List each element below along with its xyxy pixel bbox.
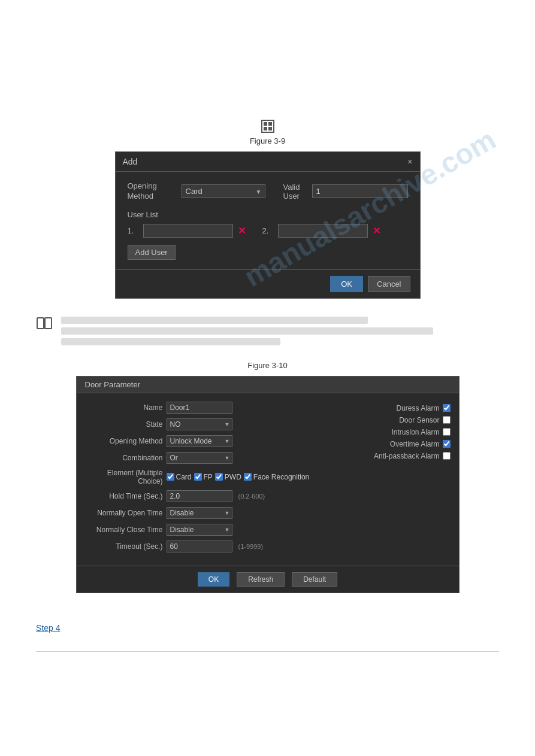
duress-alarm-checkbox[interactable] <box>443 404 451 412</box>
name-row: Name <box>85 402 337 414</box>
card-checkbox[interactable] <box>167 473 174 481</box>
element-row: Element (MultipleChoice) Card FP PWD <box>85 469 337 485</box>
add-user-button[interactable]: Add User <box>128 245 176 260</box>
valid-user-label: Valid User <box>283 183 306 201</box>
pwd-checkbox[interactable] <box>215 473 223 481</box>
normally-close-label: Normally Close Time <box>85 526 163 534</box>
state-select[interactable]: NO <box>167 418 232 430</box>
grid-icon <box>261 120 274 133</box>
element-label: Element (MultipleChoice) <box>85 469 163 485</box>
dp-ok-button[interactable]: OK <box>198 572 229 587</box>
pwd-checkbox-label[interactable]: PWD <box>215 473 241 481</box>
step4-label: Step 4 <box>36 623 60 633</box>
user2-number: 2. <box>262 226 273 235</box>
anti-passback-label: Anti-passback Alarm <box>374 452 439 460</box>
fp-checkbox-label[interactable]: FP <box>194 473 213 481</box>
normally-open-label: Normally Open Time <box>85 509 163 517</box>
intrusion-alarm-label: Intrusion Alarm <box>391 428 439 436</box>
anti-passback-alarm-row: Anti-passback Alarm <box>374 452 450 460</box>
note-line-1 <box>61 317 368 324</box>
step4-section: Step 4 <box>36 611 499 633</box>
dp-default-button[interactable]: Default <box>292 572 337 587</box>
dp-refresh-button[interactable]: Refresh <box>237 572 285 587</box>
pwd-label: PWD <box>225 473 241 481</box>
hold-time-hint: (0.2-600) <box>238 493 265 500</box>
normally-open-wrapper: Disable <box>167 507 232 519</box>
card-label: Card <box>176 473 192 481</box>
dialog-title: Add <box>123 157 138 166</box>
state-select-wrapper: NO <box>167 418 232 430</box>
opening-method-select[interactable]: Card <box>182 184 265 198</box>
user2-input[interactable] <box>278 224 368 238</box>
overtime-alarm-row: Overtime Alarm <box>390 440 451 448</box>
valid-user-input[interactable] <box>312 184 408 198</box>
door-sensor-checkbox[interactable] <box>443 416 451 424</box>
opening-method-dp-row: Opening Method Unlock Mode <box>85 435 337 447</box>
normally-close-select[interactable]: Disable <box>167 524 232 536</box>
svg-rect-0 <box>37 318 44 329</box>
door-param-footer: OK Refresh Default <box>77 566 459 593</box>
dialog-footer: OK Cancel <box>116 269 420 298</box>
timeout-label: Timeout (Sec.) <box>85 542 163 551</box>
door-param-header: Door Parameter <box>77 377 459 393</box>
overtime-alarm-checkbox[interactable] <box>443 440 451 448</box>
intrusion-alarm-checkbox[interactable] <box>443 428 451 436</box>
dialog-close-button[interactable]: × <box>407 157 412 166</box>
door-parameter-dialog: Door Parameter Name State NO <box>76 376 460 593</box>
normally-close-wrapper: Disable <box>167 524 232 536</box>
user2-remove-button[interactable]: ✕ <box>373 225 380 236</box>
opening-method-label: OpeningMethod <box>128 181 176 202</box>
face-checkbox[interactable] <box>244 473 252 481</box>
element-choices: Card FP PWD Face Recognition <box>167 473 310 481</box>
state-row: State NO <box>85 418 337 430</box>
figure310-label: Figure 3-10 <box>36 361 499 370</box>
combination-wrapper: Or <box>167 452 232 464</box>
note-lines <box>61 317 499 349</box>
user-list-row-1: 1. ✕ 2. ✕ <box>128 224 408 238</box>
user1-input[interactable] <box>143 224 233 238</box>
cancel-button[interactable]: Cancel <box>368 276 410 292</box>
user1-number: 1. <box>128 226 138 235</box>
normally-open-select[interactable]: Disable <box>167 507 232 519</box>
combination-row: Combination Or <box>85 452 337 464</box>
opening-method-dp-select[interactable]: Unlock Mode <box>167 435 232 447</box>
fp-label: FP <box>204 473 213 481</box>
dialog-body: OpeningMethod Card Valid User User List … <box>116 172 420 269</box>
card-checkbox-label[interactable]: Card <box>167 473 192 481</box>
normally-close-row: Normally Close Time Disable <box>85 524 337 536</box>
timeout-input[interactable] <box>167 541 232 552</box>
opening-method-dp-wrapper: Unlock Mode <box>167 435 232 447</box>
hold-time-input[interactable] <box>167 490 232 502</box>
face-checkbox-label[interactable]: Face Recognition <box>244 473 309 481</box>
hold-time-label: Hold Time (Sec.) <box>85 492 163 500</box>
door-sensor-label: Door Sensor <box>399 416 439 424</box>
overtime-alarm-label: Overtime Alarm <box>390 440 440 448</box>
normally-open-row: Normally Open Time Disable <box>85 507 337 519</box>
anti-passback-checkbox[interactable] <box>443 452 451 460</box>
section-divider <box>36 651 499 652</box>
svg-rect-1 <box>45 318 52 329</box>
dialog-header: Add × <box>116 152 420 172</box>
name-label: Name <box>85 403 163 412</box>
opening-method-row: OpeningMethod Card Valid User <box>128 181 408 202</box>
combination-select[interactable]: Or <box>167 452 232 464</box>
figure39-label: Figure 3-9 <box>36 136 499 145</box>
face-label: Face Recognition <box>253 473 309 481</box>
note-line-2 <box>61 327 433 335</box>
user1-remove-button[interactable]: ✕ <box>238 225 246 236</box>
ok-button[interactable]: OK <box>330 276 363 292</box>
note-icon <box>36 317 54 334</box>
name-input[interactable] <box>167 402 232 414</box>
door-param-right: Duress Alarm Door Sensor Intrusion Alarm… <box>343 402 451 557</box>
hold-time-row: Hold Time (Sec.) (0.2-600) <box>85 490 337 502</box>
door-param-left: Name State NO Opening Method <box>85 402 337 557</box>
duress-alarm-label: Duress Alarm <box>396 404 439 412</box>
figure39-icon-row <box>36 120 499 133</box>
fp-checkbox[interactable] <box>194 473 202 481</box>
intrusion-alarm-row: Intrusion Alarm <box>391 428 450 436</box>
timeout-row: Timeout (Sec.) (1-9999) <box>85 541 337 552</box>
door-sensor-row: Door Sensor <box>399 416 450 424</box>
door-param-body: Name State NO Opening Method <box>77 393 459 566</box>
add-dialog: Add × OpeningMethod Card Valid User User… <box>115 151 421 299</box>
note-line-3 <box>61 338 280 345</box>
